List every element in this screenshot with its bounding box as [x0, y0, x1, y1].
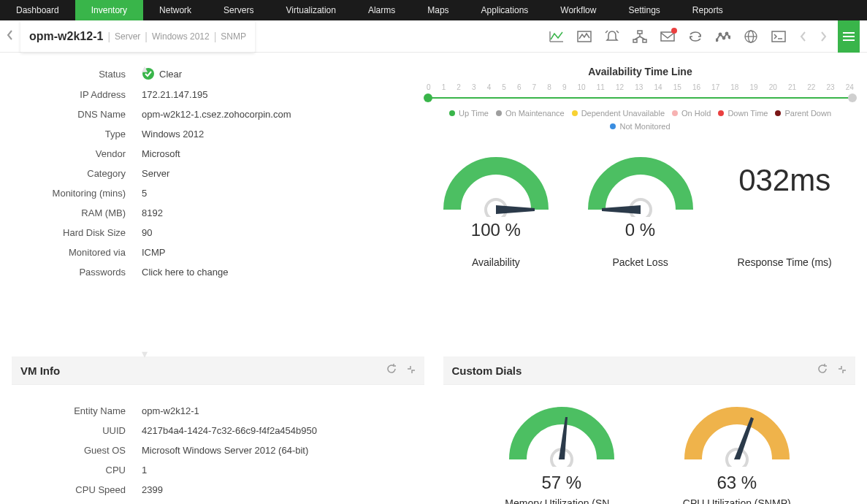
device-os: Windows 2012	[152, 31, 210, 42]
passwords-link[interactable]: Click here to change	[142, 267, 229, 278]
via-label: Monitored via	[12, 247, 142, 258]
globe-icon[interactable]	[737, 23, 765, 50]
back-button[interactable]	[0, 30, 20, 42]
ip-value: 172.21.147.195	[142, 89, 207, 100]
collapse-icon[interactable]	[838, 364, 847, 377]
svg-rect-4	[633, 39, 637, 42]
timeline-legend: Up TimeOn MaintenanceDependent Unavailab…	[425, 109, 855, 131]
packet-loss-value: 0 %	[573, 220, 709, 240]
dial-memory: 57 % Memory Utilization (SN...	[489, 401, 635, 504]
collapse-icon[interactable]	[407, 364, 416, 377]
svg-rect-3	[638, 31, 642, 34]
availability-panel: Availability Time Line 01234567891011121…	[425, 63, 855, 346]
packet-loss-label: Packet Loss	[573, 256, 709, 268]
scroll-up-icon[interactable]: ▴	[142, 61, 148, 75]
dial-cpu-value: 63 %	[664, 473, 810, 493]
cpuspeed-value: 2399	[142, 484, 163, 495]
guest-value: Microsoft Windows Server 2012 (64-bit)	[142, 445, 308, 456]
trend-icon[interactable]	[709, 23, 737, 50]
legend-item: Down Time	[718, 109, 768, 118]
svg-point-12	[723, 37, 725, 39]
nav-tab-dashboard[interactable]: Dashboard	[0, 0, 75, 20]
svg-point-11	[719, 33, 722, 35]
dns-value: opm-w2k12-1.csez.zohocorpin.com	[142, 109, 291, 120]
vendor-value: Microsoft	[142, 148, 180, 159]
refresh-icon[interactable]	[681, 23, 709, 50]
availability-value: 100 %	[428, 220, 564, 240]
svg-line-2	[616, 31, 619, 33]
via-value: ICMP	[142, 247, 166, 258]
nav-tab-network[interactable]: Network	[143, 0, 207, 20]
legend-item: Not Monitored	[610, 122, 670, 131]
legend-item: Up Time	[449, 109, 489, 118]
type-value: Windows 2012	[142, 129, 204, 140]
nav-tab-settings[interactable]: Settings	[612, 0, 676, 20]
dial-memory-value: 57 %	[489, 473, 635, 493]
next-button[interactable]	[813, 23, 833, 50]
menu-button[interactable]	[838, 20, 860, 53]
status-label: Status	[12, 69, 142, 80]
topology-icon[interactable]	[626, 23, 654, 50]
cpuspeed-label: CPU Speed	[12, 484, 142, 495]
category-label: Category	[12, 168, 142, 179]
chart-line-icon[interactable]	[543, 23, 570, 50]
nav-tab-alarms[interactable]: Alarms	[352, 0, 411, 20]
response-time-value: 032ms	[717, 144, 852, 217]
dial-memory-label: Memory Utilization (SN...	[489, 497, 635, 504]
svg-line-1	[606, 31, 608, 33]
hd-label: Hard Disk Size	[12, 227, 142, 238]
spark-icon[interactable]	[570, 23, 598, 50]
terminal-icon[interactable]	[765, 23, 792, 50]
device-proto: SNMP	[221, 31, 246, 42]
ram-value: 8192	[142, 207, 163, 218]
cpu-label: CPU	[12, 465, 142, 476]
dial-cpu: 63 % CPU Utilization (SNMP)	[664, 401, 810, 504]
dial-cpu-label: CPU Utilization (SNMP)	[664, 497, 810, 504]
svg-rect-18	[772, 31, 785, 42]
ip-label: IP Address	[12, 89, 142, 100]
nav-tab-reports[interactable]: Reports	[676, 0, 739, 20]
timeline-track[interactable]	[425, 94, 855, 102]
svg-marker-27	[602, 205, 641, 214]
refresh-icon[interactable]	[386, 364, 397, 377]
device-kind: Server	[115, 31, 140, 42]
nav-tab-virtualization[interactable]: Virtualization	[270, 0, 351, 20]
prev-button[interactable]	[792, 23, 813, 50]
timeline-ticks: 0123456789101112131415161718192021222324	[425, 83, 855, 91]
nav-tab-inventory[interactable]: Inventory	[75, 0, 143, 20]
refresh-icon[interactable]	[817, 364, 828, 377]
availability-label: Availability	[428, 256, 564, 268]
vm-info-title: VM Info	[20, 364, 60, 377]
top-nav: DashboardInventoryNetworkServersVirtuali…	[0, 0, 867, 20]
mail-icon[interactable]	[654, 23, 681, 50]
scroll-down-icon[interactable]: ▾	[142, 347, 148, 361]
timeline-title: Availability Time Line	[425, 66, 855, 77]
svg-marker-25	[496, 205, 535, 214]
toolbar	[543, 20, 860, 53]
vm-info-panel: VM Info Entity Nameopm-w2k12-1 UUID4217b…	[12, 356, 424, 504]
nav-tab-servers[interactable]: Servers	[207, 0, 270, 20]
nav-tab-maps[interactable]: Maps	[411, 0, 465, 20]
passwords-label: Passwords	[12, 267, 142, 278]
sub-bar: opm-w2k12-1 | Server | Windows 2012 | SN…	[0, 20, 867, 53]
category-value: Server	[142, 168, 169, 179]
uuid-value: 4217b4a4-1424-7c32-66c9-f4f2a454b950	[142, 425, 317, 436]
gauge-packet-loss: 0 % Packet Loss	[573, 144, 709, 268]
custom-dials-title: Custom Dials	[452, 364, 522, 377]
details-panel: ▴ Status Clear IP Address172.21.147.195 …	[12, 63, 406, 346]
interval-label: Monitoring (mins)	[12, 188, 142, 199]
hd-value: 90	[142, 227, 152, 238]
legend-item: Dependent Unavailable	[572, 109, 665, 118]
bell-icon[interactable]	[598, 23, 626, 50]
interval-value: 5	[142, 188, 147, 199]
status-value: Clear	[142, 67, 182, 80]
gauge-availability: 100 % Availability	[428, 144, 564, 268]
entity-label: Entity Name	[12, 405, 142, 416]
nav-tab-workflow[interactable]: Workflow	[544, 0, 612, 20]
nav-tab-applications[interactable]: Applications	[465, 0, 545, 20]
svg-point-14	[729, 36, 731, 38]
response-time: 032ms . Response Time (ms)	[717, 144, 852, 268]
svg-point-10	[716, 39, 718, 41]
vendor-label: Vendor	[12, 148, 142, 159]
entity-value: opm-w2k12-1	[142, 405, 199, 416]
